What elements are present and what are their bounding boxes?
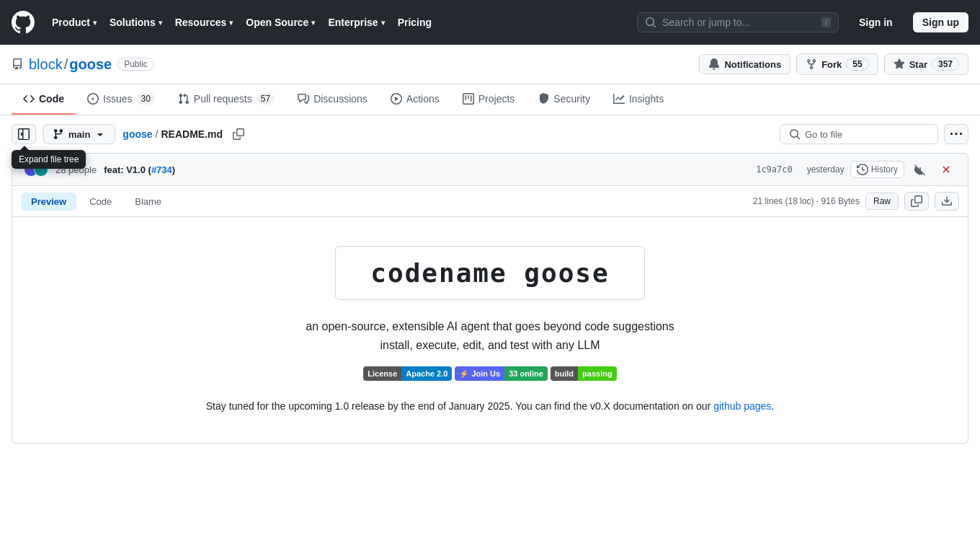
nav-items: Product ▾ Solutions ▾ Resources ▾ Open S… <box>46 12 437 32</box>
file-right-meta: 21 lines (18 loc) · 916 Bytes Raw <box>753 192 959 211</box>
download-button[interactable] <box>935 192 959 211</box>
search-icon <box>645 17 656 28</box>
file-tabs: Preview Code Blame <box>21 193 172 211</box>
nav-item-pricing[interactable]: Pricing <box>392 12 437 32</box>
nav-item-enterprise[interactable]: Enterprise ▾ <box>322 12 390 32</box>
repo-owner-link[interactable]: block <box>29 56 63 72</box>
license-badge[interactable]: License Apache 2.0 <box>363 366 452 381</box>
bell-icon <box>708 58 720 70</box>
breadcrumb-file: README.md <box>161 128 223 140</box>
projects-icon <box>463 93 474 105</box>
readme-subtitle1: an open-source, extensible AI agent that… <box>55 320 925 333</box>
branch-selector[interactable]: main <box>43 124 115 144</box>
build-badge-right: passing <box>578 366 617 381</box>
nav-item-solutions[interactable]: Solutions ▾ <box>104 12 168 32</box>
notifications-button[interactable]: Notifications <box>699 54 790 74</box>
readme-body-before-link: Stay tuned for the upcoming 1.0 release … <box>206 400 713 412</box>
tab-insights-label: Insights <box>629 93 664 105</box>
tab-pullrequests[interactable]: Pull requests 57 <box>166 84 286 115</box>
readme-body-after-link: . <box>771 400 774 412</box>
star-label: Star <box>909 59 927 70</box>
code-icon <box>23 93 35 105</box>
star-icon <box>894 58 905 70</box>
tab-code-label: Code <box>39 93 64 105</box>
repo-nav: Code Issues 30 Pull requests 57 Discussi… <box>0 84 980 115</box>
discord-badge-right: 33 online <box>504 366 548 381</box>
nav-item-opensource[interactable]: Open Source ▾ <box>240 12 321 32</box>
fork-icon <box>806 58 817 70</box>
top-nav: Product ▾ Solutions ▾ Resources ▾ Open S… <box>0 0 980 45</box>
expand-file-tree-button[interactable] <box>12 124 36 144</box>
build-badge[interactable]: build passing <box>551 366 617 381</box>
issues-icon <box>87 93 99 105</box>
solutions-chevron-icon: ▾ <box>159 19 162 27</box>
repo-header: block/goose Public Notifications Fork 55… <box>0 45 980 84</box>
copy-icon <box>233 128 244 140</box>
opensource-chevron-icon: ▾ <box>311 19 315 27</box>
tab-pr-count: 57 <box>257 93 275 105</box>
insights-icon <box>613 93 625 105</box>
commit-message: feat: V1.0 (#734) <box>104 164 175 175</box>
go-to-file-input[interactable]: Go to file <box>780 124 938 144</box>
hide-icon <box>914 164 926 175</box>
tab-pr-label: Pull requests <box>194 93 252 105</box>
raw-button[interactable]: Raw <box>865 193 899 210</box>
tab-actions[interactable]: Actions <box>379 84 451 115</box>
file-controls-right: Go to file <box>780 124 968 144</box>
star-button[interactable]: Star 357 <box>884 53 968 75</box>
breadcrumb-repo-link[interactable]: goose <box>122 128 152 140</box>
tab-discussions[interactable]: Discussions <box>286 84 379 115</box>
tab-security[interactable]: Security <box>526 84 602 115</box>
product-chevron-icon: ▾ <box>93 19 97 27</box>
tab-insights[interactable]: Insights <box>602 84 675 115</box>
repo-name-link[interactable]: goose <box>69 56 112 72</box>
readme-github-pages-link[interactable]: github pages <box>713 400 771 412</box>
tab-issues[interactable]: Issues 30 <box>76 84 166 115</box>
branch-icon <box>53 128 64 140</box>
tab-code[interactable]: Code <box>12 84 76 115</box>
commit-pr-link[interactable]: #734 <box>151 164 172 175</box>
discord-badge[interactable]: ⚡ Join Us 33 online <box>455 366 547 381</box>
enterprise-chevron-icon: ▾ <box>381 19 385 27</box>
signup-button[interactable]: Sign up <box>913 12 968 32</box>
copy-raw-button[interactable] <box>904 192 929 211</box>
nav-item-resources[interactable]: Resources ▾ <box>169 12 239 32</box>
search-file-icon <box>789 128 801 140</box>
discussions-icon <box>298 93 309 105</box>
discord-badge-left: ⚡ Join Us <box>455 366 504 381</box>
tab-projects[interactable]: Projects <box>451 84 527 115</box>
search-bar[interactable]: Search or jump to... / <box>637 12 839 32</box>
search-kbd: / <box>821 17 831 27</box>
hide-button[interactable] <box>910 162 930 177</box>
tab-issues-label: Issues <box>103 93 132 105</box>
more-options-button[interactable] <box>944 124 968 144</box>
readme-content: codename goose an open-source, extensibl… <box>12 217 968 443</box>
signin-button[interactable]: Sign in <box>850 13 901 32</box>
close-button[interactable] <box>936 162 956 177</box>
history-button[interactable]: History <box>850 161 904 178</box>
file-tab-code[interactable]: Code <box>79 193 122 211</box>
download-icon <box>941 195 953 207</box>
branch-chevron-icon <box>94 128 106 140</box>
file-controls-left: Expand file tree main goose / README.md <box>12 124 247 144</box>
nav-item-product[interactable]: Product ▾ <box>46 12 102 32</box>
repo-actions: Notifications Fork 55 Star 357 <box>699 53 968 75</box>
file-tab-preview[interactable]: Preview <box>21 193 76 211</box>
search-placeholder-text: Search or jump to... <box>662 17 816 28</box>
file-tab-blame[interactable]: Blame <box>125 193 172 211</box>
github-logo[interactable] <box>12 11 35 34</box>
tooltip-arrow <box>20 146 29 150</box>
repo-path: block/goose <box>29 56 112 73</box>
close-icon <box>940 164 952 175</box>
commit-row: 28 people feat: V1.0 (#734) 1c9a7c0 · ye… <box>12 153 968 186</box>
copy-path-button[interactable] <box>230 125 247 143</box>
tab-security-label: Security <box>553 93 590 105</box>
branch-name: main <box>68 129 90 140</box>
fork-label: Fork <box>821 59 842 70</box>
tooltip-box: Expand file tree <box>12 150 86 169</box>
license-badge-left: License <box>363 366 401 381</box>
discord-logo-icon: ⚡ <box>459 369 469 379</box>
commit-hash[interactable]: 1c9a7c0 <box>756 164 793 175</box>
github-logo-icon <box>12 11 35 34</box>
fork-button[interactable]: Fork 55 <box>796 53 878 75</box>
